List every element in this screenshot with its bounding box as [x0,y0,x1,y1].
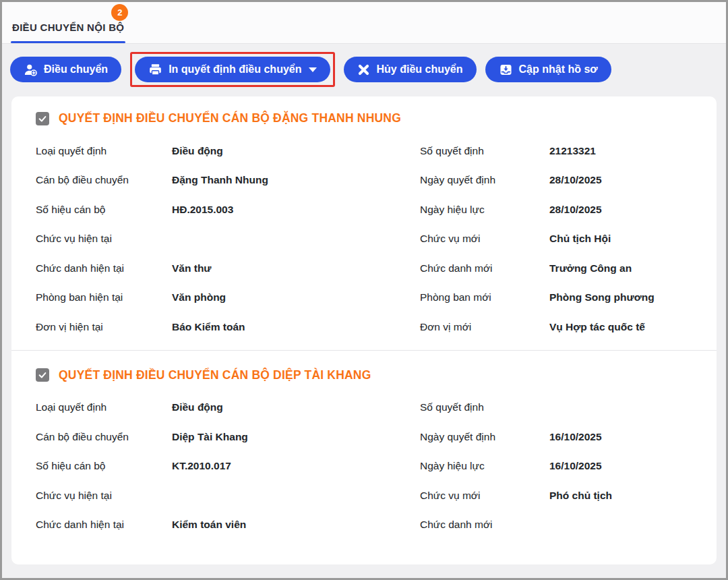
field-label: Chức danh hiện tại [36,519,172,531]
tab-dieu-chuyen-noi-bo[interactable]: ĐIỀU CHUYỂN NỘI BỘ 2 [11,22,125,43]
tab-label: ĐIỀU CHUYỂN NỘI BỘ [12,22,124,33]
field-label: Cán bộ điều chuyển [36,431,172,443]
field-row: Đơn vị hiện tạiBáo Kiểm toán [36,312,420,342]
field-row: Ngày hiệu lực28/10/2025 [420,195,692,225]
chevron-down-icon [309,67,317,72]
app-window: ĐIỀU CHUYỂN NỘI BỘ 2 Điều chuyển [0,0,728,580]
fields-column-new: Số quyết địnhNgày quyết định16/10/2025Ng… [420,393,692,540]
field-value: Điều động [172,401,223,413]
field-label: Đơn vị mới [420,321,549,333]
field-row: Cán bộ điều chuyểnDiệp Tài Khang [36,422,420,452]
field-label: Chức vụ hiện tại [36,233,172,245]
field-label: Chức danh mới [420,519,549,531]
field-row: Ngày quyết định28/10/2025 [420,166,692,196]
fields-grid: Loại quyết địnhĐiều độngCán bộ điều chuy… [36,393,692,540]
decisions-card: QUYẾT ĐỊNH ĐIỀU CHUYỂN CÁN BỘ ĐẶNG THANH… [11,96,717,564]
field-value: 28/10/2025 [549,204,602,216]
field-label: Chức danh mới [420,262,549,274]
field-row: Chức vụ hiện tại [36,481,420,511]
print-decision-button-label: In quyết định điều chuyển [169,63,301,76]
field-label: Chức vụ mới [420,490,549,502]
archive-down-icon [499,63,513,77]
cancel-transfer-button[interactable]: Hủy điều chuyển [344,57,476,82]
field-value: 16/10/2025 [549,431,602,443]
field-label: Cán bộ điều chuyển [36,174,172,186]
check-icon [38,114,47,123]
field-label: Số quyết định [420,145,549,157]
section-title: QUYẾT ĐỊNH ĐIỀU CHUYỂN CÁN BỘ DIỆP TÀI K… [59,368,371,382]
field-row: Chức danh hiện tạiKiểm toán viên [36,511,420,540]
field-label: Số quyết định [420,401,549,413]
transfer-button[interactable]: Điều chuyển [10,57,121,82]
field-row: Số hiệu cán bộHĐ.2015.003 [36,195,420,225]
user-plus-icon [24,63,38,77]
field-label: Ngày quyết định [420,174,549,186]
field-value: 21213321 [549,145,596,157]
section-header: QUYẾT ĐỊNH ĐIỀU CHUYỂN CÁN BỘ ĐẶNG THANH… [36,111,692,125]
field-value: HĐ.2015.003 [172,204,233,216]
field-value: Báo Kiểm toán [172,321,245,333]
fields-column-new: Số quyết định21213321Ngày quyết định28/1… [420,136,692,342]
check-icon [38,370,47,380]
field-value: Văn thư [172,262,212,274]
field-row: Số hiệu cán bộKT.2010.017 [36,452,420,482]
field-label: Ngày hiệu lực [420,460,549,472]
update-record-button[interactable]: Cập nhật hồ sơ [485,57,611,82]
field-value: Phó chủ tịch [549,490,612,502]
field-label: Ngày hiệu lực [420,204,549,216]
field-label: Ngày quyết định [420,431,549,443]
tab-badge: 2 [111,4,128,21]
field-row: Số quyết định21213321 [420,136,692,166]
printer-icon [148,63,162,77]
field-value: Vụ Hợp tác quốc tế [549,321,645,333]
field-row: Chức vụ mớiPhó chủ tịch [420,481,692,511]
tab-active-underline [11,41,125,43]
fields-grid: Loại quyết địnhĐiều độngCán bộ điều chuy… [36,136,692,342]
cancel-transfer-button-label: Hủy điều chuyển [376,63,462,76]
field-row: Đơn vị mớiVụ Hợp tác quốc tế [420,312,692,342]
field-row: Ngày quyết định16/10/2025 [420,422,692,452]
decision-section-dang-thanh-nhung: QUYẾT ĐỊNH ĐIỀU CHUYỂN CÁN BỘ ĐẶNG THANH… [11,96,717,350]
field-row: Loại quyết địnhĐiều động [36,393,420,423]
field-row: Phòng ban mớiPhòng Song phương [420,283,692,313]
section-title: QUYẾT ĐỊNH ĐIỀU CHUYỂN CÁN BỘ ĐẶNG THANH… [59,111,401,125]
field-row: Phòng ban hiện tạiVăn phòng [36,283,420,313]
fields-column-current: Loại quyết địnhĐiều độngCán bộ điều chuy… [36,136,420,342]
field-value: Điều động [172,145,223,157]
field-label: Phòng ban mới [420,291,549,303]
field-label: Phòng ban hiện tại [36,291,172,303]
highlight-annotation-box: In quyết định điều chuyển [130,52,335,87]
field-label: Số hiệu cán bộ [36,460,172,472]
field-value: Trưởng Công an [549,262,632,274]
x-icon [357,63,370,76]
field-label: Chức danh hiện tại [36,262,172,274]
field-label: Đơn vị hiện tại [36,321,172,333]
field-row: Cán bộ điều chuyểnĐặng Thanh Nhung [36,166,420,196]
field-row: Ngày hiệu lực16/10/2025 [420,452,692,482]
update-record-button-label: Cập nhật hồ sơ [519,63,598,76]
field-row: Chức vụ mớiChủ tịch Hội [420,225,692,254]
field-label: Số hiệu cán bộ [36,204,172,216]
field-value: 16/10/2025 [549,460,602,472]
field-row: Chức danh mớiTrưởng Công an [420,254,692,283]
decision-section-diep-tai-khang: QUYẾT ĐỊNH ĐIỀU CHUYỂN CÁN BỘ DIỆP TÀI K… [11,350,717,548]
field-row: Chức danh hiện tạiVăn thư [36,254,420,283]
print-decision-button[interactable]: In quyết định điều chuyển [135,57,330,82]
section-header: QUYẾT ĐỊNH ĐIỀU CHUYỂN CÁN BỘ DIỆP TÀI K… [36,368,692,382]
field-value: Kiểm toán viên [172,519,246,531]
field-label: Chức vụ hiện tại [36,490,172,502]
field-value: Diệp Tài Khang [172,431,248,443]
field-row: Chức vụ hiện tại [36,225,420,254]
tab-bar: ĐIỀU CHUYỂN NỘI BỘ 2 [2,2,726,44]
section-checkbox[interactable] [36,112,49,125]
field-row: Loại quyết địnhĐiều động [36,136,420,166]
field-value: Phòng Song phương [549,291,655,303]
section-checkbox[interactable] [36,368,49,382]
field-row: Chức danh mới [420,511,692,540]
transfer-button-label: Điều chuyển [44,63,108,76]
field-value: Văn phòng [172,291,226,303]
field-value: 28/10/2025 [549,174,602,186]
toolbar: Điều chuyển In quyết định điều chuyển [2,44,726,86]
field-label: Loại quyết định [36,401,172,413]
field-value: KT.2010.017 [172,460,231,472]
